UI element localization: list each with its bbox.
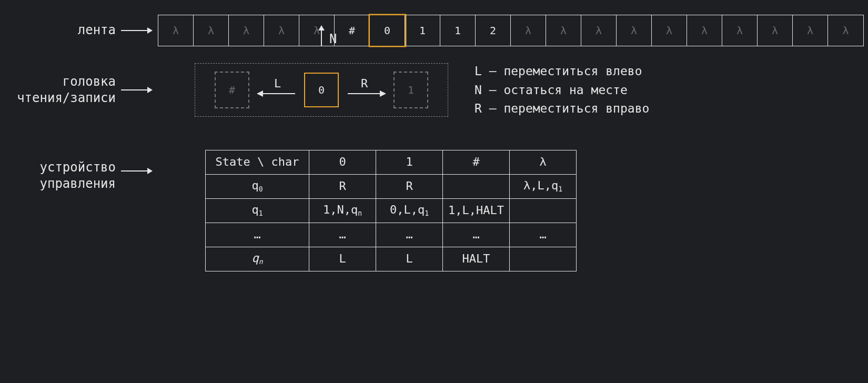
tape-cell: λ [617, 15, 652, 46]
tape-cell: λ [687, 15, 722, 46]
tape-cell: λ [758, 15, 793, 46]
tape-cell: λ [793, 15, 828, 46]
transition-cell: … [510, 223, 577, 247]
n-label: N [329, 32, 337, 46]
legend-l: L – переместиться влево [475, 62, 649, 81]
head-arrow [116, 85, 158, 95]
svg-marker-9 [380, 90, 386, 97]
table-header-cell: State \ char [206, 150, 309, 174]
tape: λλλλλ#0112λλλλλλλλλλ [158, 15, 864, 46]
tape-row: лента λλλλλ#0112λλλλλλλλλλ [16, 15, 868, 46]
tape-cell: 1 [440, 15, 476, 46]
tape-cell: 1 [405, 15, 440, 46]
table-row: …………… [206, 223, 577, 247]
control-row: устройство управления State \ char01#λq0… [16, 150, 868, 271]
table-header-cell: 1 [376, 150, 443, 174]
transition-cell: λ,L,q1 [510, 174, 577, 198]
transition-cell [510, 198, 577, 223]
transition-cell [443, 174, 510, 198]
transition-cell: 1,L,HALT [443, 198, 510, 223]
transition-cell: R [376, 174, 443, 198]
svg-marker-5 [318, 25, 325, 31]
table-header-cell: 0 [309, 150, 376, 174]
transition-cell: L [309, 247, 376, 271]
transition-cell: … [376, 223, 443, 247]
transition-cell: HALT [443, 247, 510, 271]
svg-marker-1 [147, 27, 153, 34]
tape-cell: λ [229, 15, 264, 46]
tape-cell: # [335, 15, 370, 46]
head-label: головка чтения/записи [16, 74, 116, 106]
tape-cell: λ [828, 15, 863, 46]
tape-cell: λ [511, 15, 546, 46]
legend-n: N – остаться на месте [475, 81, 649, 100]
head-host: N # L 0 R 1 [195, 63, 448, 117]
n-indicator: N [316, 25, 327, 46]
head-ghost-right: 1 [393, 72, 428, 108]
tape-cell: λ [722, 15, 758, 46]
state-cell: qn [206, 247, 309, 271]
r-char: R [361, 77, 368, 90]
direction-legend: L – переместиться влево N – остаться на … [475, 62, 649, 118]
tape-cell: λ [652, 15, 687, 46]
head-row: головка чтения/записи N # L 0 R 1 L – пе… [16, 62, 868, 118]
transition-table: State \ char01#λq0RRλ,L,q1q11,N,qn0,L,q1… [205, 150, 577, 271]
state-cell: … [206, 223, 309, 247]
control-arrow [116, 150, 158, 176]
legend-r: R – переместиться вправо [475, 99, 649, 118]
transition-cell [510, 247, 577, 271]
tape-cell: λ [546, 15, 581, 46]
left-arrow-icon: L [256, 82, 298, 98]
transition-cell: L [376, 247, 443, 271]
svg-marker-3 [147, 87, 153, 93]
transition-cell: 0,L,q1 [376, 198, 443, 223]
tape-cell: 2 [476, 15, 511, 46]
l-char: L [274, 77, 281, 90]
control-label-line1: устройство [16, 159, 116, 176]
svg-marker-7 [257, 90, 263, 97]
head-current-cell: 0 [304, 73, 339, 107]
tape-label: лента [16, 22, 116, 38]
head-ghost-left: # [215, 72, 249, 108]
head-box: # L 0 R 1 [195, 63, 448, 117]
state-cell: q0 [206, 174, 309, 198]
transition-cell: … [443, 223, 510, 247]
state-cell: q1 [206, 198, 309, 223]
table-header-cell: λ [510, 150, 577, 174]
tape-cell: λ [194, 15, 229, 46]
table-row: qnLLHALT [206, 247, 577, 271]
table-row: q11,N,qn0,L,q11,L,HALT [206, 198, 577, 223]
table-header-cell: # [443, 150, 510, 174]
tape-arrow [116, 25, 158, 36]
control-label-line2: управления [16, 176, 116, 192]
svg-marker-11 [147, 168, 153, 174]
tape-cell: λ [581, 15, 617, 46]
tape-cell: 0 [370, 15, 405, 46]
tape-cell: λ [264, 15, 299, 46]
head-label-line1: головка [16, 74, 116, 90]
transition-cell: 1,N,qn [309, 198, 376, 223]
transition-cell: R [309, 174, 376, 198]
tape-cell: λ [158, 15, 194, 46]
control-label: устройство управления [16, 150, 116, 192]
transition-cell: … [309, 223, 376, 247]
table-row: q0RRλ,L,q1 [206, 174, 577, 198]
right-arrow-icon: R [345, 82, 387, 98]
head-label-line2: чтения/записи [16, 90, 116, 106]
